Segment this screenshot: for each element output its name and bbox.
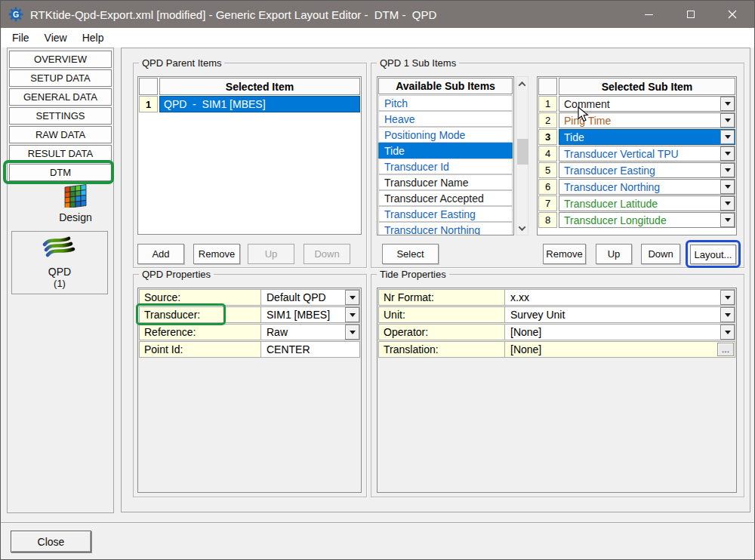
available-item-transducer-easting[interactable]: Transducer Easting	[378, 206, 513, 222]
dropdown-button[interactable]	[720, 163, 735, 177]
dropdown-button[interactable]	[345, 290, 359, 305]
selected-item-transducer-vertical-tpu[interactable]: Transducer Vertical TPU	[559, 146, 735, 162]
selected-item-comment[interactable]: Comment	[559, 96, 735, 112]
available-item-transducer-id[interactable]: Transducer Id	[378, 158, 513, 174]
selected-item-ping-time[interactable]: Ping Time	[559, 112, 735, 128]
selected-item-transducer-latitude[interactable]: Transducer Latitude	[559, 195, 735, 211]
scroll-down-button[interactable]	[516, 222, 528, 234]
available-item-transducer-accepted[interactable]: Transducer Accepted	[378, 190, 513, 206]
available-item-pitch[interactable]: Pitch	[378, 95, 513, 111]
qpd-properties-table: Source:Default QPDTransducer:SIM1 [MBES]…	[137, 288, 362, 493]
dropdown-button[interactable]	[720, 196, 735, 211]
sidebar-panel: OVERVIEW SETUP DATA GENERAL DATA SETTING…	[7, 48, 114, 513]
minimize-icon	[645, 14, 653, 15]
selected-sub-items-list: Selected Sub Item 1Comment2Ping Time3Tid…	[537, 76, 737, 235]
parent-remove-button[interactable]: Remove	[193, 244, 240, 264]
sidebar-item-raw-data[interactable]: RAW DATA	[9, 126, 112, 143]
design-item[interactable]: Design	[30, 183, 121, 223]
scroll-up-button[interactable]	[516, 78, 528, 90]
generic-export-layout-editor-window: G RTKtide-Qpd-Export.xml [modified] - Ge…	[0, 0, 755, 560]
dropdown-arrow-icon	[350, 331, 356, 334]
window-controls	[628, 1, 753, 28]
sidebar-item-settings[interactable]: SETTINGS	[9, 107, 112, 125]
close-button[interactable]: Close	[11, 531, 91, 552]
property-value-translation[interactable]: [None]...	[505, 341, 735, 358]
svg-text:G: G	[13, 10, 19, 19]
dropdown-arrow-icon	[725, 313, 731, 317]
dropdown-button[interactable]	[720, 113, 735, 128]
parent-item-qpd-sim1-mbes[interactable]: QPD - SIM1 [MBES]	[159, 96, 360, 112]
property-value-source[interactable]: Default QPD	[261, 289, 360, 306]
selected-item-transducer-easting[interactable]: Transducer Easting	[559, 162, 735, 178]
menu-view[interactable]: View	[37, 28, 75, 48]
dropdown-arrow-icon	[725, 135, 731, 139]
property-label-source: Source:	[139, 289, 261, 306]
menu-file[interactable]: File	[5, 28, 37, 48]
maximize-button[interactable]	[670, 1, 711, 28]
selected-item-tide[interactable]: Tide	[559, 129, 735, 145]
property-label-nr-format: Nr Format:	[378, 289, 505, 306]
selected-sub-item-row: 4Transducer Vertical TPU	[538, 146, 735, 162]
dropdown-button[interactable]	[720, 180, 735, 194]
property-value-transducer[interactable]: SIM1 [MBES]	[261, 306, 360, 323]
property-row: Operator:[None]	[378, 324, 735, 340]
layout-button[interactable]: Layout...	[690, 245, 736, 264]
dropdown-button[interactable]	[720, 325, 735, 340]
dropdown-button[interactable]	[720, 307, 735, 322]
sidebar-item-general-data[interactable]: GENERAL DATA	[9, 88, 112, 106]
available-item-positioning-mode[interactable]: Positioning Mode	[378, 127, 513, 143]
select-button[interactable]: Select	[382, 244, 439, 264]
available-item-tide[interactable]: Tide	[378, 143, 513, 158]
add-button[interactable]: Add	[137, 244, 184, 264]
available-list-scrollbar[interactable]	[516, 76, 528, 235]
dropdown-button[interactable]	[720, 146, 735, 161]
parent-down-button[interactable]: Down	[304, 244, 350, 264]
selected-sub-item-row: 1Comment	[538, 96, 735, 112]
row-number: 5	[538, 162, 557, 178]
property-value-unit[interactable]: Survey Unit	[505, 306, 735, 323]
property-value-point-id[interactable]: CENTER	[261, 341, 360, 358]
sub-remove-button[interactable]: Remove	[543, 244, 586, 264]
sidebar-item-dtm[interactable]: DTM	[9, 164, 112, 181]
row-number: 1	[139, 96, 158, 112]
scrollbar-thumb[interactable]	[517, 139, 528, 165]
property-row: Unit:Survey Unit	[378, 306, 735, 323]
dropdown-button[interactable]	[345, 307, 359, 322]
sub-down-button[interactable]: Down	[641, 244, 680, 264]
available-item-transducer-northing[interactable]: Transducer Northing	[378, 222, 513, 235]
dropdown-arrow-icon	[350, 296, 356, 300]
row-number: 8	[538, 212, 557, 228]
chevron-down-icon	[519, 223, 526, 231]
sidebar-item-setup-data[interactable]: SETUP DATA	[9, 69, 112, 87]
dropdown-arrow-icon	[350, 313, 356, 317]
dropdown-button[interactable]	[720, 97, 735, 111]
selected-sub-items-rows: 1Comment2Ping Time3Tide4Transducer Verti…	[538, 96, 735, 228]
property-value-operator[interactable]: [None]	[505, 324, 735, 340]
selected-item-transducer-longitude[interactable]: Transducer Longitude	[559, 212, 735, 228]
sidebar-item-result-data[interactable]: RESULT DATA	[9, 145, 112, 162]
selected-item-transducer-northing[interactable]: Transducer Northing	[559, 179, 735, 195]
available-item-transducer-name[interactable]: Transducer Name	[378, 174, 513, 190]
minimize-button[interactable]	[628, 1, 670, 28]
property-value-nr-format[interactable]: x.xx	[505, 289, 735, 306]
available-sub-items-header: Available Sub Items	[378, 78, 513, 94]
dropdown-button[interactable]	[720, 213, 735, 227]
available-item-heave[interactable]: Heave	[378, 111, 513, 127]
dropdown-button[interactable]	[720, 290, 735, 305]
sidebar-item-overview[interactable]: OVERVIEW	[9, 51, 112, 68]
close-window-button[interactable]	[711, 1, 753, 28]
parent-items-header-row: Selected Item	[139, 78, 360, 95]
qpd-export-item[interactable]: QPD (1)	[11, 231, 108, 294]
qpd-parent-items-group-label: QPD Parent Items	[139, 57, 224, 69]
qpd-count: (1)	[12, 278, 107, 289]
dropdown-button[interactable]	[720, 130, 735, 144]
window-title: RTKtide-Qpd-Export.xml [modified] - Gene…	[30, 8, 436, 21]
ellipsis-button[interactable]: ...	[717, 343, 734, 356]
dropdown-button[interactable]	[345, 325, 359, 340]
menu-help[interactable]: Help	[75, 28, 112, 48]
available-sub-items-list: Available Sub Items PitchHeavePositionin…	[377, 76, 514, 235]
parent-up-button[interactable]: Up	[248, 244, 294, 264]
property-label-reference: Reference:	[139, 324, 261, 340]
sub-up-button[interactable]: Up	[596, 244, 632, 264]
property-value-reference[interactable]: Raw	[261, 324, 360, 340]
